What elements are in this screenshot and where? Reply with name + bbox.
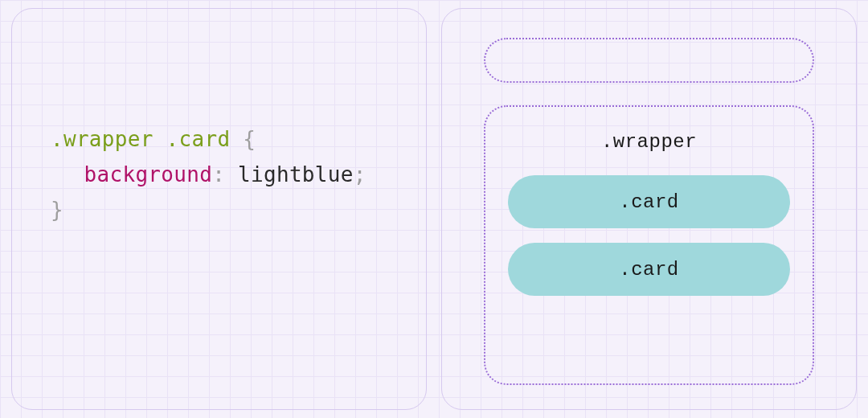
- open-brace: {: [243, 127, 256, 151]
- card-pill: .card: [508, 243, 790, 296]
- css-value: lightblue: [238, 162, 354, 186]
- css-code-block: .wrapper .card { background: lightblue; …: [51, 121, 366, 228]
- sibling-placeholder-box: [484, 38, 814, 83]
- wrapper-label: .wrapper: [508, 126, 790, 161]
- close-brace: }: [51, 198, 63, 222]
- visualization-panel: .wrapper .card .card: [441, 8, 857, 410]
- wrapper-box: .wrapper .card .card: [484, 105, 814, 385]
- css-selector: .wrapper .card: [51, 127, 230, 151]
- colon: :: [212, 162, 225, 186]
- css-property: background: [84, 162, 213, 186]
- card-pill: .card: [508, 175, 790, 228]
- code-panel: .wrapper .card { background: lightblue; …: [11, 8, 427, 410]
- semicolon: ;: [354, 162, 366, 186]
